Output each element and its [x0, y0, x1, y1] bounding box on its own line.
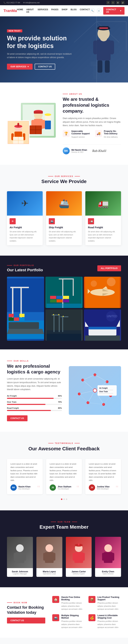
feature-delivery: 🚚 Properly On-Time Delivery On time deli… — [95, 130, 121, 141]
booking-feature-3-title: Multiple Shipping Method — [61, 614, 85, 619]
svg-point-27 — [44, 114, 51, 116]
svg-rect-123 — [16, 552, 24, 563]
service-air-image: ✈ — [7, 191, 43, 216]
service-ship-icon: 🚢 — [49, 218, 55, 224]
svg-rect-86 — [47, 334, 82, 341]
svg-rect-63 — [50, 299, 56, 302]
svg-rect-82 — [60, 316, 68, 317]
author-name: Md Nasim Khan — [72, 149, 87, 151]
topbar-linkedin-icon[interactable]: in — [116, 1, 120, 4]
nav-home[interactable]: HOME — [17, 8, 23, 13]
hero-tag: NEW TRUST — [7, 30, 22, 32]
testimonial-2-role: Key Developer — [58, 488, 72, 490]
portfolio-grid: UNITED — [7, 277, 121, 341]
svg-rect-9 — [97, 40, 110, 60]
svg-text:Air freight: Air freight — [99, 387, 108, 389]
svg-rect-48 — [9, 314, 14, 317]
dot-1[interactable] — [61, 498, 62, 500]
team-member-2: Maria Lopez Operations Lead — [36, 537, 62, 577]
skill-road-track — [7, 410, 62, 411]
dot-2[interactable] — [64, 498, 65, 500]
booking-icon-1: 🏠 — [52, 596, 59, 603]
dot-3[interactable] — [66, 498, 67, 500]
skills-image: Air freight Over Train — [69, 366, 121, 415]
service-card-air: ✈ ✈ Air Freight Sit amet dolor elit adip… — [7, 191, 43, 245]
skills-contact-button[interactable]: CONTACT US — [7, 415, 28, 421]
svg-rect-58 — [59, 278, 73, 280]
svg-rect-56 — [47, 277, 82, 308]
service-road-image: 🚛 — [85, 191, 121, 216]
skill-bars: Air Freight 85% Over Train 70% Road Fr — [7, 395, 62, 411]
svg-rect-65 — [63, 299, 69, 302]
testimonial-1-text: Lorem ipsum is a dolor sit amet diam con… — [10, 462, 39, 482]
booking-contact-button[interactable]: CONTACT US — [7, 618, 45, 624]
feature-support: 🏆 Impeccable Customer Support Support se… — [63, 130, 92, 141]
svg-rect-47 — [19, 287, 29, 288]
portfolio-header: OUR PORTFOLIO Our Latest Portfolio ALL P… — [7, 264, 121, 272]
author-info: MK Md Nasim Khan Director & CEO — [63, 148, 87, 154]
topbar-right: f t in yt — [106, 1, 124, 4]
booking-feature-1: 🏠 Hassle Free Online Booking Pharetra po… — [52, 596, 85, 611]
svg-rect-13 — [98, 60, 102, 73]
svg-rect-52 — [14, 318, 19, 321]
booking-feature-2-desc: Pharetra porttitor dictum adipisc pharet… — [98, 602, 121, 611]
portfolio-tag: OUR PORTFOLIO — [7, 264, 43, 266]
skill-train-track — [7, 404, 62, 405]
svg-rect-14 — [105, 60, 110, 73]
nav-pages[interactable]: PAGES — [51, 8, 58, 13]
svg-rect-49 — [14, 314, 19, 317]
team-member-3-image — [66, 537, 92, 568]
search-icon[interactable]: 🔍 — [90, 8, 95, 14]
hero-services-button[interactable]: OUR SERVICES ▼ — [7, 64, 32, 70]
logo-accent: Ma — [12, 8, 17, 13]
svg-rect-51 — [9, 318, 14, 321]
topbar-twitter-icon[interactable]: t — [111, 1, 115, 4]
nav-contact[interactable]: CONTACT — [80, 8, 90, 13]
portfolio-title: Our Latest Portfolio — [7, 268, 43, 272]
cart-icon[interactable]: 🛒 — [97, 8, 102, 14]
svg-rect-94 — [85, 336, 120, 341]
svg-point-83 — [53, 314, 54, 315]
svg-rect-80 — [59, 314, 60, 332]
nav-about[interactable]: ABOUT US — [26, 8, 34, 13]
svg-rect-64 — [56, 299, 63, 302]
nav-services[interactable]: SERVICES — [38, 8, 48, 13]
testimonial-2-author: JS Jhon Stalham Key Developer — [50, 484, 78, 491]
booking-features: 🏠 Hassle Free Online Booking Pharetra po… — [52, 596, 121, 629]
svg-rect-139 — [112, 553, 114, 561]
about-description: Diam adipiscing enim in nequis phasellus… — [63, 116, 121, 127]
blog-section: BLOG & NEWS Latest Blog & News — [0, 638, 128, 644]
testimonials-title: Our Awesome Client Feedback — [7, 446, 121, 452]
tag-line-decoration — [7, 265, 12, 266]
testimonial-2: Lorem ipsum is a dolor sit amet diam con… — [46, 459, 82, 494]
nav-shop[interactable]: SHOP — [62, 8, 68, 13]
topbar-left: 📞 012-3422-77-84 ✉ info@tranma.net — [4, 2, 42, 4]
booking-feature-1-desc: Pharetra porttitor dictum adipisc pharet… — [61, 602, 85, 611]
svg-point-122 — [16, 544, 24, 552]
team-tag: OUR TEAM — [7, 521, 121, 523]
topbar: 📞 012-3422-77-84 ✉ info@tranma.net f t i… — [0, 0, 128, 5]
svg-rect-81 — [62, 316, 63, 332]
quote-icon: " — [76, 484, 79, 492]
svg-rect-128 — [43, 553, 46, 561]
topbar-facebook-icon[interactable]: f — [106, 1, 110, 4]
about-title: We are trusted & professional logistics … — [63, 96, 121, 114]
portfolio-all-button[interactable]: ALL PORTFOLIO — [97, 265, 121, 271]
hero-contact-button[interactable]: CONTACT US — [35, 64, 55, 70]
testimonial-3-author: JV Justina Vilav Web Developer — [89, 484, 118, 491]
nav-blog[interactable]: BLOG — [70, 8, 77, 13]
svg-rect-12 — [110, 40, 114, 54]
topbar-youtube-icon[interactable]: yt — [121, 1, 124, 4]
booking-title: Contact for Booking Validation today — [7, 605, 45, 615]
service-air-desc: Sit amet dolor elit adipiscing elit. Qui… — [10, 230, 40, 242]
svg-marker-55 — [7, 329, 44, 334]
contact-us-button[interactable]: CONTACT US ▼ — [103, 7, 124, 14]
booking-feature-4: 💰 Lowest & Affordable Shipping Cost Phar… — [88, 614, 121, 629]
svg-point-84 — [58, 314, 60, 315]
booking-tag: BOOK NOW — [7, 602, 45, 604]
testimonial-3: Lorem ipsum is a dolor sit amet diam con… — [85, 459, 121, 494]
skills-title: We are professional logistics & cargo ag… — [7, 363, 62, 375]
author-avatar: MK — [63, 148, 70, 154]
service-road-desc: Sit amet dolor elit adipiscing elit. Qui… — [88, 230, 118, 242]
feature-delivery-title: Properly On-Time Delivery — [104, 130, 121, 135]
